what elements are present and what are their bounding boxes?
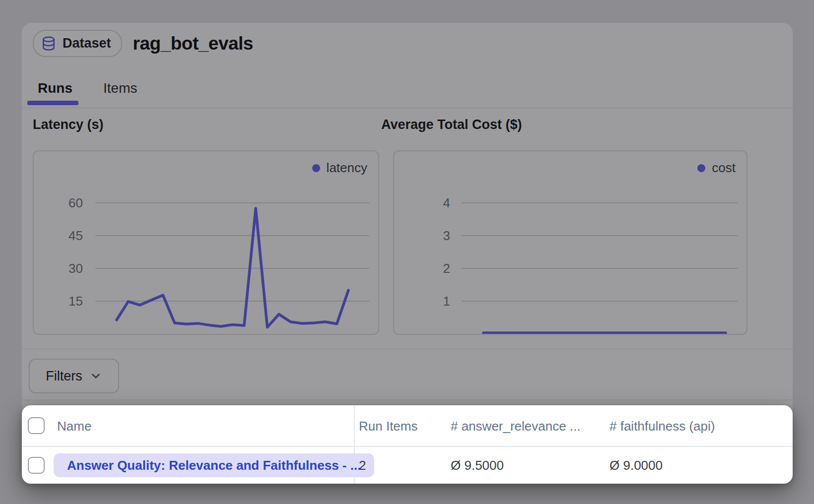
app-stage: Dataset rag_bot_evals Runs Items Latency… (0, 0, 814, 504)
row-checkbox[interactable] (28, 457, 45, 474)
cell-run-items: 2 (359, 447, 366, 484)
cell-answer-relevance: Ø 9.5000 (451, 447, 504, 484)
column-header-name: Name (57, 405, 91, 447)
column-header-answer-relevance: # answer_relevance ... (451, 405, 581, 447)
column-header-run-items: Run Items (359, 405, 418, 447)
table-row: Answer Quality: Relevance and Faithfulne… (22, 447, 793, 484)
run-name-link[interactable]: Answer Quality: Relevance and Faithfulne… (54, 453, 374, 477)
select-all-checkbox[interactable] (28, 417, 45, 434)
cell-faithfulness: Ø 9.0000 (610, 447, 663, 484)
runs-table: Name Run Items # answer_relevance ... # … (22, 405, 793, 484)
table-header-row: Name Run Items # answer_relevance ... # … (22, 405, 793, 447)
run-name-label: Answer Quality: Relevance and Faithfulne… (67, 458, 361, 473)
column-header-faithfulness: # faithfulness (api) (610, 405, 715, 447)
